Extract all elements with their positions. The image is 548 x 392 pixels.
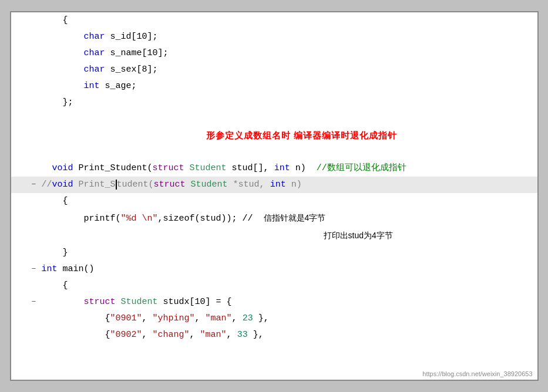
line-5: int s_age; [11,78,537,94]
code-content-2: char s_id[10]; [39,29,537,45]
line-8: void Print_Student(struct Student stud[]… [11,160,537,177]
line-9: − //void Print_Student(struct Student *s… [11,177,537,193]
line-18: {"0902", "chang", "man", 33 }, [11,327,537,343]
fold-14[interactable]: − [29,261,39,278]
line-14: − int main() [11,261,537,278]
line-2: char s_id[10]; [11,29,537,45]
code-content-1: { [39,12,537,29]
line-17: {"0901", "yhping", "man", 23 }, [11,310,537,327]
line-1: { [11,12,537,29]
fold-16[interactable]: − [29,294,39,310]
code-content-17: {"0901", "yhping", "man", 23 }, [39,310,537,327]
line-10: { [11,193,537,209]
code-area: { char s_id[10]; char s_name[10]; char s… [11,12,537,343]
code-window: { char s_id[10]; char s_name[10]; char s… [10,11,539,381]
code-content-9: //void Print_Student(struct Student *stu… [39,177,537,193]
line-15: { [11,278,537,294]
code-content-8: void Print_Student(struct Student stud[]… [39,160,537,177]
code-content-11: printf("%d \n",sizeof(stud)); // 信指针就是4字… [39,209,537,227]
annotation-center: 形参定义成数组名时 编译器编译时退化成指针 [39,111,537,160]
code-content-3: char s_name[10]; [39,45,537,62]
code-content-12: 打印出stud为4字节 [39,227,537,245]
code-content-4: char s_sex[8]; [39,62,537,78]
line-11: printf("%d \n",sizeof(stud)); // 信指针就是4字… [11,209,537,227]
code-content-14: int main() [39,261,537,278]
line-16: − struct Student studx[10] = { [11,294,537,310]
fold-9[interactable]: − [29,177,39,193]
line-6: }; [11,94,537,111]
code-content-18: {"0902", "chang", "man", 33 }, [39,327,537,343]
code-content-10: { [39,193,537,209]
annotation-line: 形参定义成数组名时 编译器编译时退化成指针 [11,111,537,160]
code-content-6: }; [39,94,537,111]
line-3: char s_name[10]; [11,45,537,62]
code-content-5: int s_age; [39,78,537,94]
line-4: char s_sex[8]; [11,62,537,78]
line-13: } [11,245,537,261]
code-content-16: struct Student studx[10] = { [39,294,537,310]
code-content-13: } [39,245,537,261]
line-12: 打印出stud为4字节 [11,227,537,245]
code-content-15: { [39,278,537,294]
watermark: https://blog.csdn.net/weixin_38920653 [422,370,532,377]
